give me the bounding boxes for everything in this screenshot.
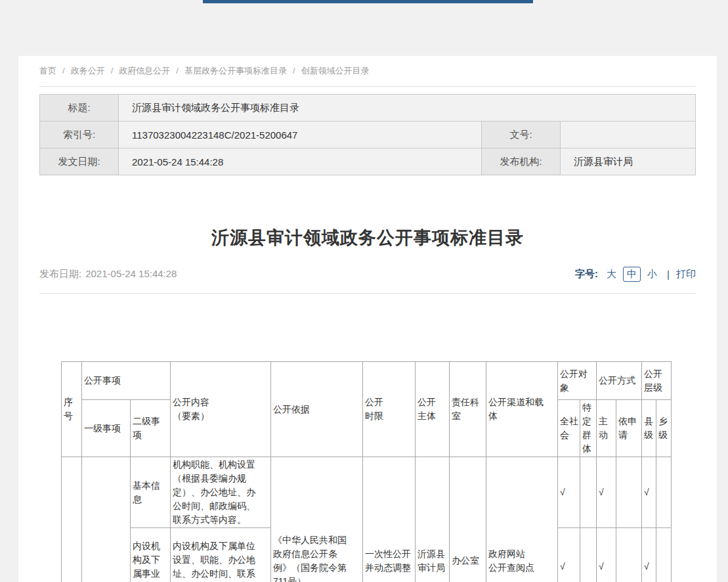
cell-level2: 内设机 构及下 属事业 单位: [131, 528, 171, 582]
publish-date-value: 2021-05-24 15:44:28: [85, 268, 177, 279]
meta-row-title: 标题: 沂源县审计领域政务公开事项标准目录: [40, 95, 696, 122]
header-target-all: 全社 会: [558, 400, 580, 457]
page-title: 沂源县审计领域政务公开事项标准目录: [39, 226, 696, 250]
meta-title-label: 标题:: [40, 95, 119, 122]
meta-docno-value: [561, 122, 696, 148]
check-cell: [656, 457, 672, 528]
header-level-county: 县 级: [642, 400, 656, 457]
fontsize-large-button[interactable]: 大: [607, 268, 616, 280]
header-method-request: 依申 请: [616, 400, 642, 457]
header-level: 公开 层级: [642, 362, 672, 400]
breadcrumb-separator: /: [176, 66, 179, 76]
directory-table: 序 号 公开事项 公开内容 （要素） 公开依据 公开 时限 公开 主体 责任科 …: [61, 361, 672, 582]
cell-channel: 政府网站 公开查阅点: [486, 457, 558, 582]
document-meta-table: 标题: 沂源县审计领域政务公开事项标准目录 索引号: 1137032300422…: [39, 94, 696, 175]
publish-divider: [39, 293, 696, 294]
cell-content: 机构职能、机构设置 （根据县委编办规 定）、办公地址、办 公时间、邮政编码、 联…: [171, 457, 271, 528]
meta-org-value: 沂源县审计局: [561, 148, 696, 175]
breadcrumb-home[interactable]: 首页: [39, 66, 56, 76]
check-cell: √: [597, 528, 616, 582]
header-subject: 公开 主体: [416, 362, 450, 457]
breadcrumb: 首页/政务公开/政府信息公开/基层政务公开事项标准目录/创新领域公开目录: [39, 56, 696, 77]
check-cell: √: [642, 457, 656, 528]
meta-row-date: 发文日期: 2021-05-24 15:44:28 发布机构: 沂源县审计局: [40, 148, 696, 175]
meta-title-value: 沂源县审计领域政务公开事项标准目录: [119, 95, 696, 122]
check-cell: [616, 528, 642, 582]
breadcrumb-xinxi[interactable]: 政府信息公开: [119, 66, 170, 76]
breadcrumb-separator: /: [62, 66, 65, 76]
meta-docno-label: 文号:: [482, 122, 561, 148]
check-cell: √: [558, 528, 580, 582]
header-target: 公开对 象: [558, 362, 597, 400]
fontsize-print-divider: |: [667, 269, 670, 280]
header-row-1: 序 号 公开事项 公开内容 （要素） 公开依据 公开 时限 公开 主体 责任科 …: [62, 362, 672, 400]
header-seq: 序 号: [62, 362, 82, 457]
cell-basis: 《中华人民共和国 政府信息公开条 例》（国务院令第 711号）: [271, 457, 363, 582]
breadcrumb-separator: /: [293, 66, 295, 76]
meta-index-label: 索引号:: [40, 122, 119, 148]
check-cell: √: [597, 457, 616, 528]
publish-date-label: 发布日期:: [39, 268, 81, 279]
meta-date-value: 2021-05-24 15:44:28: [119, 148, 482, 175]
cell-subject: 沂源县 审计局: [416, 457, 450, 582]
meta-row-index: 索引号: 11370323004223148C/2021-5200647 文号:: [40, 122, 696, 148]
header-basis: 公开依据: [271, 362, 363, 457]
breadcrumb-jiceng[interactable]: 基层政务公开事项标准目录: [184, 66, 287, 76]
cell-seq: [62, 457, 82, 582]
check-cell: √: [642, 528, 656, 582]
header-level-town: 乡 级: [656, 400, 672, 457]
header-dept: 责任科 室: [450, 362, 486, 457]
cell-time-limit: 一次性公开 并动态调整: [363, 457, 416, 582]
fontsize-medium-button[interactable]: 中: [623, 267, 641, 282]
header-target-specific: 特 定 群 体: [580, 400, 597, 457]
header-level2-item: 二级事 项: [131, 400, 171, 457]
table-row: 基本信 息 机构职能、机构设置 （根据县委编办规 定）、办公地址、办 公时间、邮…: [62, 457, 672, 528]
meta-date-label: 发文日期:: [40, 148, 119, 175]
cell-content: 内设机构及下属单位 设置、职能、办公地 址、办公时间、联系 方式、负责人姓名等: [171, 528, 271, 582]
cell-level2: 基本信 息: [131, 457, 171, 528]
check-cell: [580, 528, 597, 582]
check-cell: [580, 457, 597, 528]
check-cell: [656, 528, 672, 582]
publish-date-block: 发布日期:2021-05-24 15:44:28: [39, 268, 177, 280]
check-cell: [616, 457, 642, 528]
top-nav-bar-edge: [203, 0, 533, 3]
breadcrumb-chuangxin[interactable]: 创新领域公开目录: [301, 66, 370, 76]
fontsize-controls: 字号: 大 中 小 | 打印: [575, 267, 696, 282]
fontsize-label: 字号:: [575, 268, 598, 280]
header-content: 公开内容 （要素）: [171, 362, 271, 457]
print-button[interactable]: 打印: [676, 268, 696, 280]
breadcrumb-divider: [39, 86, 696, 87]
header-disclosure-item: 公开事项: [82, 362, 171, 400]
check-cell: √: [558, 457, 580, 528]
header-time-limit: 公开 时限: [363, 362, 416, 457]
header-level1-item: 一级事项: [82, 400, 131, 457]
fontsize-small-button[interactable]: 小: [647, 268, 657, 280]
meta-index-value: 11370323004223148C/2021-5200647: [119, 122, 482, 148]
content-card: 首页/政务公开/政府信息公开/基层政务公开事项标准目录/创新领域公开目录 标题:…: [18, 56, 717, 582]
breadcrumb-separator: /: [111, 66, 114, 76]
header-method: 公开方式: [597, 362, 642, 400]
header-method-active: 主 动: [597, 400, 616, 457]
directory-table-wrap: 序 号 公开事项 公开内容 （要素） 公开依据 公开 时限 公开 主体 责任科 …: [39, 361, 696, 582]
breadcrumb-zhengwu[interactable]: 政务公开: [71, 66, 105, 76]
header-channel: 公开渠道和载 体: [486, 362, 558, 457]
meta-org-label: 发布机构:: [482, 148, 561, 175]
publish-row: 发布日期:2021-05-24 15:44:28 字号: 大 中 小 | 打印: [39, 267, 696, 282]
cell-dept: 办公室: [450, 457, 486, 582]
cell-level1: [82, 457, 131, 582]
